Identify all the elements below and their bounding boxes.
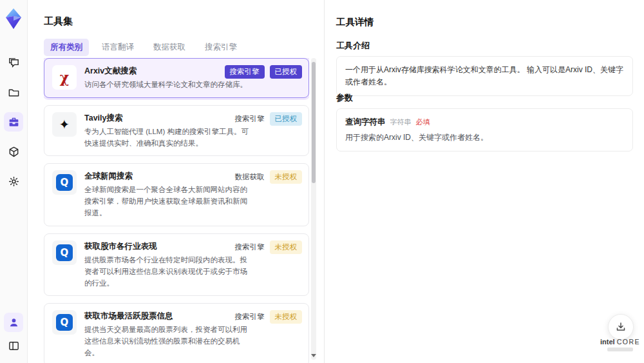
tool-card-2[interactable]: Q全球新闻搜索全球新闻搜索是一个聚合全球各大新闻网站内容的搜索引擎，帮助用户快速… [44,163,309,226]
param-name: 查询字符串 [345,117,386,128]
brand-subtext-bar [607,348,633,351]
tool-name: 全球新闻搜索 [84,171,251,182]
param-description: 用于搜索的Arxiv ID、关键字或作者姓名。 [345,132,624,143]
category-badge: 搜索引擎 [225,65,265,79]
toolbox-icon[interactable] [4,112,23,132]
settings-icon[interactable] [4,172,23,191]
tool-card-3[interactable]: Q获取股市各行业表现提供股票市场各个行业在特定时间段内的表现。投资者可以利用这些… [44,233,309,296]
params-heading: 参数 [336,92,353,104]
download-icon [615,321,627,333]
detail-title: 工具详情 [336,16,374,28]
tool-description: 全球新闻搜索是一个聚合全球各大新闻网站内容的搜索引擎，帮助用户快速获取全球最新资… [84,184,251,219]
tool-card-1[interactable]: ✦Tavily搜索专为人工智能代理 (LLM) 构建的搜索引擎工具。可快速提供实… [44,105,309,157]
category-badge: 搜索引擎 [235,240,265,254]
tool-icon-tile: Q [52,170,77,195]
tool-badges: 搜索引擎未授权 [235,240,303,254]
auth-status-badge: 未授权 [270,310,303,324]
tool-badges: 搜索引擎已授权 [235,112,303,126]
download-button[interactable] [608,314,634,340]
tool-icon-tile: Q [52,240,77,265]
tool-text: 全球新闻搜索全球新闻搜索是一个聚合全球各大新闻网站内容的搜索引擎，帮助用户快速获… [84,170,251,219]
tool-badges: 搜索引擎已授权 [225,65,303,79]
scrollbar-down-arrow-icon[interactable] [311,354,316,357]
param-required-label: 必填 [416,117,430,127]
list-scrollbar[interactable] [311,58,316,360]
tavily-logo-icon: ✦ [59,118,70,131]
param-row-0: 查询字符串字符串必填用于搜索的Arxiv ID、关键字或作者姓名。 [345,117,624,143]
tool-description: 专为人工智能代理 (LLM) 构建的搜索引擎工具。可快速提供实时、准确和真实的结… [84,126,251,150]
tool-description: 访问各个研究领域大量科学论文和文章的存储库。 [84,79,251,91]
app-window: 工具集 所有类别语言翻译数据获取搜索引擎 χArxiv文献搜索访问各个研究领域大… [0,0,644,363]
tool-name: 获取市场最活跃股票信息 [84,311,251,322]
tab-1[interactable]: 语言翻译 [95,39,140,56]
blue-search-logo-icon: Q [56,314,73,331]
category-badge: 数据获取 [235,170,265,184]
tab-2[interactable]: 数据获取 [147,39,192,56]
auth-status-badge: 未授权 [270,240,303,254]
tool-icon-tile: Q [52,310,77,335]
blue-search-logo-icon: Q [56,174,73,191]
tab-3[interactable]: 搜索引擎 [198,39,243,56]
panel-toggle-icon[interactable] [4,336,23,355]
app-logo [4,8,23,30]
tool-icon-tile: χ [52,65,77,90]
blue-search-logo-icon: Q [56,244,73,261]
tool-badges: 搜索引擎未授权 [235,310,303,324]
brand-intel-text: intel [600,338,615,346]
tool-list-panel: 工具集 所有类别语言翻译数据获取搜索引擎 χArxiv文献搜索访问各个研究领域大… [28,0,324,363]
tool-text: 获取股市各行业表现提供股票市场各个行业在特定时间段内的表现。投资者可以利用这些信… [84,240,251,289]
category-badge: 搜索引擎 [235,310,265,324]
category-tabs: 所有类别语言翻译数据获取搜索引擎 [44,39,243,56]
icon-sidebar [0,0,28,363]
auth-status-badge: 已授权 [270,112,303,126]
folder-icon[interactable] [4,83,23,102]
tab-0[interactable]: 所有类别 [44,39,89,56]
params-card: 查询字符串字符串必填用于搜索的Arxiv ID、关键字或作者姓名。 [336,108,633,152]
tool-list: χArxiv文献搜索访问各个研究领域大量科学论文和文章的存储库。搜索引擎已授权✦… [44,58,309,363]
auth-status-badge: 未授权 [270,170,303,184]
sidebar-nav [4,53,23,191]
intro-heading: 工具介绍 [336,40,370,52]
intel-core-logo: intel CORE [596,338,644,351]
arxiv-logo-icon: χ [60,69,69,86]
sidebar-bottom [4,313,23,355]
intro-card: 一个用于从Arxiv存储库搜索科学论文和文章的工具。 输入可以是Arxiv ID… [336,56,633,96]
brand-core-text: CORE [617,338,640,346]
tool-badges: 数据获取未授权 [235,170,303,184]
auth-status-badge: 已授权 [270,65,303,79]
tool-name: 获取股市各行业表现 [84,241,251,252]
scrollbar-thumb[interactable] [312,62,316,183]
user-icon[interactable] [4,313,23,332]
tool-card-0[interactable]: χArxiv文献搜索访问各个研究领域大量科学论文和文章的存储库。搜索引擎已授权 [44,58,309,98]
tool-detail-panel: 工具详情 工具介绍 一个用于从Arxiv存储库搜索科学论文和文章的工具。 输入可… [324,0,644,363]
chat-icon[interactable] [4,53,23,72]
tool-card-4[interactable]: Q获取市场最活跃股票信息提供当天交易量最高的股票列表，投资者可以利用这些信息来识… [44,303,309,363]
page-title: 工具集 [44,15,73,28]
tool-description: 提供当天交易量最高的股票列表，投资者可以利用这些信息来识别流动性强的股票和潜在的… [84,324,251,358]
tool-text: 获取市场最活跃股票信息提供当天交易量最高的股票列表，投资者可以利用这些信息来识别… [84,310,251,358]
tool-icon-tile: ✦ [52,112,77,137]
tool-description: 提供股票市场各个行业在特定时间段内的表现。投资者可以利用这些信息来识别表现优于或… [84,255,251,289]
tool-text: Tavily搜索专为人工智能代理 (LLM) 构建的搜索引擎工具。可快速提供实时… [84,112,251,150]
tool-name: Tavily搜索 [84,113,251,124]
cube-icon[interactable] [4,142,23,161]
param-type: 字符串 [390,117,412,127]
category-badge: 搜索引擎 [235,112,265,126]
